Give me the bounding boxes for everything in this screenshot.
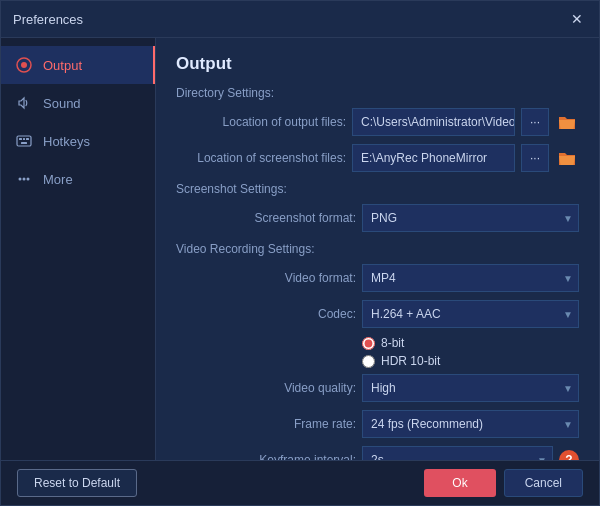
screenshot-format-label: Screenshot format: [176,211,356,225]
output-icon [15,56,33,74]
svg-rect-6 [21,142,27,144]
keyframe-label: Keyframe interval: [176,453,356,460]
dialog-title: Preferences [13,12,83,27]
svg-point-9 [27,178,30,181]
sidebar-item-output[interactable]: Output [1,46,155,84]
svg-rect-2 [17,136,31,146]
preferences-dialog: Preferences ✕ Output [0,0,600,506]
video-format-select-wrap: MP4 MOV AVI ▼ [362,264,579,292]
bit-8-label: 8-bit [381,336,404,350]
cancel-button[interactable]: Cancel [504,469,583,497]
svg-rect-4 [23,138,25,140]
video-quality-label: Video quality: [176,381,356,395]
sidebar-item-hotkeys[interactable]: Hotkeys [1,122,155,160]
keyframe-select[interactable]: 2s 1s 3s 5s [362,446,553,460]
sidebar-item-output-label: Output [43,58,82,73]
output-path-label: Location of output files: [176,115,346,129]
ok-button[interactable]: Ok [424,469,495,497]
video-format-label: Video format: [176,271,356,285]
hdr-10bit-label: HDR 10-bit [381,354,440,368]
svg-rect-5 [26,138,29,140]
video-quality-select[interactable]: High Medium Low [362,374,579,402]
video-quality-row: Video quality: High Medium Low ▼ [176,374,579,402]
codec-label: Codec: [176,307,356,321]
screenshot-path-dots-button[interactable]: ··· [521,144,549,172]
codec-row: Codec: H.264 + AAC H.265 + AAC H.264 + M… [176,300,579,328]
sidebar-item-more[interactable]: More [1,160,155,198]
sidebar: Output Sound [1,38,156,460]
reset-to-default-button[interactable]: Reset to Default [17,469,137,497]
screenshot-folder-button[interactable] [555,144,579,172]
screenshot-section-title: Screenshot Settings: [176,182,579,196]
svg-point-1 [21,62,27,68]
screenshot-path-label: Location of screenshot files: [176,151,346,165]
svg-point-8 [23,178,26,181]
output-folder-button[interactable] [555,108,579,136]
bit-depth-group: 8-bit HDR 10-bit [362,336,579,368]
sidebar-item-sound-label: Sound [43,96,81,111]
video-quality-select-wrap: High Medium Low ▼ [362,374,579,402]
hotkeys-icon [15,132,33,150]
screenshot-format-select[interactable]: PNG JPG BMP [362,204,579,232]
hdr-10bit-radio[interactable] [362,355,375,368]
footer: Reset to Default Ok Cancel [1,460,599,505]
main-content: Output Directory Settings: Location of o… [156,38,599,460]
output-path-dots-button[interactable]: ··· [521,108,549,136]
title-bar: Preferences ✕ [1,1,599,38]
screenshot-format-row: Screenshot format: PNG JPG BMP ▼ [176,204,579,232]
help-button[interactable]: ? [559,450,579,460]
sound-icon [15,94,33,112]
sidebar-item-sound[interactable]: Sound [1,84,155,122]
video-format-select[interactable]: MP4 MOV AVI [362,264,579,292]
output-path-field[interactable]: C:\Users\Administrator\Videos\Am [352,108,515,136]
more-icon [15,170,33,188]
screenshot-path-row: Location of screenshot files: E:\AnyRec … [176,144,579,172]
content-area: Output Sound [1,38,599,460]
codec-select-wrap: H.264 + AAC H.265 + AAC H.264 + MP3 ▼ [362,300,579,328]
page-title: Output [176,54,579,74]
frame-rate-select-wrap: 24 fps (Recommend) 30 fps 60 fps ▼ [362,410,579,438]
frame-rate-select[interactable]: 24 fps (Recommend) 30 fps 60 fps [362,410,579,438]
frame-rate-label: Frame rate: [176,417,356,431]
video-format-row: Video format: MP4 MOV AVI ▼ [176,264,579,292]
sidebar-item-hotkeys-label: Hotkeys [43,134,90,149]
footer-right-buttons: Ok Cancel [424,469,583,497]
frame-rate-row: Frame rate: 24 fps (Recommend) 30 fps 60… [176,410,579,438]
keyframe-select-wrap: 2s 1s 3s 5s ▼ [362,446,553,460]
codec-select[interactable]: H.264 + AAC H.265 + AAC H.264 + MP3 [362,300,579,328]
screenshot-path-field[interactable]: E:\AnyRec PhoneMirror [352,144,515,172]
directory-section-title: Directory Settings: [176,86,579,100]
bit-8-radio[interactable] [362,337,375,350]
screenshot-format-select-wrap: PNG JPG BMP ▼ [362,204,579,232]
hdr-10bit-row: HDR 10-bit [362,354,579,368]
keyframe-row: Keyframe interval: 2s 1s 3s 5s ▼ ? [176,446,579,460]
close-button[interactable]: ✕ [567,9,587,29]
svg-point-7 [19,178,22,181]
video-section-title: Video Recording Settings: [176,242,579,256]
sidebar-item-more-label: More [43,172,73,187]
output-path-row: Location of output files: C:\Users\Admin… [176,108,579,136]
svg-rect-3 [19,138,22,140]
bit-8-row: 8-bit [362,336,579,350]
